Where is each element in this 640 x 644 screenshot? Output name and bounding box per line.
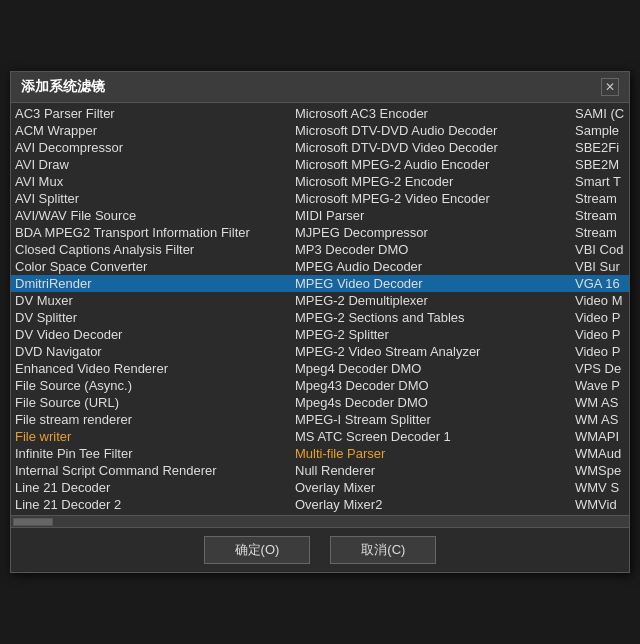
- list-item[interactable]: AVI DrawMicrosoft MPEG-2 Audio EncoderSB…: [11, 156, 629, 173]
- filter-name: AVI Mux: [15, 174, 295, 189]
- dialog-footer: 确定(O) 取消(C): [11, 527, 629, 572]
- filter-list[interactable]: AC3 Parser FilterMicrosoft AC3 EncoderSA…: [11, 103, 629, 515]
- filter-name: DVD Navigator: [15, 344, 295, 359]
- dialog-title: 添加系统滤镜: [21, 78, 105, 96]
- filter-col2: Overlay Mixer2: [295, 497, 575, 512]
- filter-col2: Overlay Mixer: [295, 480, 575, 495]
- list-item[interactable]: AVI DecompressorMicrosoft DTV-DVD Video …: [11, 139, 629, 156]
- list-item[interactable]: Color Space ConverterMPEG Audio DecoderV…: [11, 258, 629, 275]
- filter-col2: MPEG Video Decoder: [295, 276, 575, 291]
- list-item[interactable]: DmitriRenderMPEG Video DecoderVGA 16: [11, 275, 629, 292]
- filter-col2: Microsoft AC3 Encoder: [295, 106, 575, 121]
- filter-name: AVI/WAV File Source: [15, 208, 295, 223]
- filter-col2: Mpeg43 Decoder DMO: [295, 378, 575, 393]
- list-item[interactable]: AVI SplitterMicrosoft MPEG-2 Video Encod…: [11, 190, 629, 207]
- filter-name: File Source (URL): [15, 395, 295, 410]
- filter-col2: MS ATC Screen Decoder 1: [295, 429, 575, 444]
- filter-name: File Source (Async.): [15, 378, 295, 393]
- filter-name: DmitriRender: [15, 276, 295, 291]
- filter-col2: Microsoft MPEG-2 Encoder: [295, 174, 575, 189]
- filter-name: BDA MPEG2 Transport Information Filter: [15, 225, 295, 240]
- filter-col2: MPEG-I Stream Splitter: [295, 412, 575, 427]
- filter-col3: SBE2Fi: [575, 140, 629, 155]
- filter-col2: MP3 Decoder DMO: [295, 242, 575, 257]
- list-item[interactable]: Enhanced Video RendererMpeg4 Decoder DMO…: [11, 360, 629, 377]
- cancel-button[interactable]: 取消(C): [330, 536, 436, 564]
- filter-name: AVI Decompressor: [15, 140, 295, 155]
- list-item[interactable]: File writerMS ATC Screen Decoder 1WMAPI: [11, 428, 629, 445]
- scrollbar-thumb[interactable]: [13, 518, 53, 526]
- filter-name: Color Space Converter: [15, 259, 295, 274]
- filter-col3: WM AS: [575, 395, 629, 410]
- filter-name: AC3 Parser Filter: [15, 106, 295, 121]
- filter-col2: MPEG-2 Video Stream Analyzer: [295, 344, 575, 359]
- list-item[interactable]: Line 21 Decoder 2Overlay Mixer2WMVid: [11, 496, 629, 513]
- filter-name: File writer: [15, 429, 295, 444]
- filter-name: ACM Wrapper: [15, 123, 295, 138]
- filter-col3: Wave P: [575, 378, 629, 393]
- filter-name: Line 21 Decoder 2: [15, 497, 295, 512]
- filter-col3: WMVid: [575, 497, 629, 512]
- filter-col3: Video P: [575, 327, 629, 342]
- close-button[interactable]: ✕: [601, 78, 619, 96]
- filter-name: DV Muxer: [15, 293, 295, 308]
- list-item[interactable]: File stream rendererMPEG-I Stream Splitt…: [11, 411, 629, 428]
- filter-name: Internal Script Command Renderer: [15, 463, 295, 478]
- filter-col2: MPEG Audio Decoder: [295, 259, 575, 274]
- ok-button[interactable]: 确定(O): [204, 536, 311, 564]
- filter-col3: WM AS: [575, 412, 629, 427]
- filter-col3: SAMI (C: [575, 106, 629, 121]
- filter-col2: MJPEG Decompressor: [295, 225, 575, 240]
- list-item[interactable]: File Source (URL)Mpeg4s Decoder DMOWM AS: [11, 394, 629, 411]
- filter-col2: Mpeg4 Decoder DMO: [295, 361, 575, 376]
- list-item[interactable]: DV MuxerMPEG-2 DemultiplexerVideo M: [11, 292, 629, 309]
- list-item[interactable]: BDA MPEG2 Transport Information FilterMJ…: [11, 224, 629, 241]
- horizontal-scrollbar[interactable]: [11, 515, 629, 527]
- list-item[interactable]: DV SplitterMPEG-2 Sections and TablesVid…: [11, 309, 629, 326]
- filter-name: Closed Captions Analysis Filter: [15, 242, 295, 257]
- filter-col3: Video M: [575, 293, 629, 308]
- filter-name: Line 21 Decoder: [15, 480, 295, 495]
- filter-col2: Mpeg4s Decoder DMO: [295, 395, 575, 410]
- filter-col3: Stream: [575, 191, 629, 206]
- list-item[interactable]: File Source (Async.)Mpeg43 Decoder DMOWa…: [11, 377, 629, 394]
- filter-col2: MPEG-2 Sections and Tables: [295, 310, 575, 325]
- list-item[interactable]: AVI/WAV File SourceMIDI ParserStream: [11, 207, 629, 224]
- filter-col2: MIDI Parser: [295, 208, 575, 223]
- filter-col2: Microsoft MPEG-2 Audio Encoder: [295, 157, 575, 172]
- filter-col3: WMAud: [575, 446, 629, 461]
- filter-col3: Stream: [575, 208, 629, 223]
- filter-col3: VGA 16: [575, 276, 629, 291]
- filter-col3: VBI Cod: [575, 242, 629, 257]
- list-item[interactable]: Line 21 DecoderOverlay MixerWMV S: [11, 479, 629, 496]
- filter-name: DV Splitter: [15, 310, 295, 325]
- filter-col3: Smart T: [575, 174, 629, 189]
- filter-col3: WMV S: [575, 480, 629, 495]
- filter-col3: Sample: [575, 123, 629, 138]
- title-bar: 添加系统滤镜 ✕: [11, 72, 629, 103]
- filter-col2: Multi-file Parser: [295, 446, 575, 461]
- list-item[interactable]: AVI MuxMicrosoft MPEG-2 EncoderSmart T: [11, 173, 629, 190]
- filter-col3: Video P: [575, 344, 629, 359]
- list-item[interactable]: Infinite Pin Tee FilterMulti-file Parser…: [11, 445, 629, 462]
- filter-col3: Video P: [575, 310, 629, 325]
- list-item[interactable]: Closed Captions Analysis FilterMP3 Decod…: [11, 241, 629, 258]
- filter-col3: VBI Sur: [575, 259, 629, 274]
- add-filter-dialog: 添加系统滤镜 ✕ AC3 Parser FilterMicrosoft AC3 …: [10, 71, 630, 573]
- list-item[interactable]: DV Video DecoderMPEG-2 SplitterVideo P: [11, 326, 629, 343]
- list-item[interactable]: Internal Script Command RendererNull Ren…: [11, 462, 629, 479]
- filter-name: File stream renderer: [15, 412, 295, 427]
- filter-col2: MPEG-2 Demultiplexer: [295, 293, 575, 308]
- list-item[interactable]: AC3 Parser FilterMicrosoft AC3 EncoderSA…: [11, 105, 629, 122]
- filter-col2: Microsoft DTV-DVD Video Decoder: [295, 140, 575, 155]
- filter-col3: Stream: [575, 225, 629, 240]
- filter-name: Infinite Pin Tee Filter: [15, 446, 295, 461]
- filter-name: DV Video Decoder: [15, 327, 295, 342]
- filter-col2: MPEG-2 Splitter: [295, 327, 575, 342]
- list-item[interactable]: DVD NavigatorMPEG-2 Video Stream Analyze…: [11, 343, 629, 360]
- filter-col2: Microsoft DTV-DVD Audio Decoder: [295, 123, 575, 138]
- filter-col3: VPS De: [575, 361, 629, 376]
- list-item[interactable]: ACM WrapperMicrosoft DTV-DVD Audio Decod…: [11, 122, 629, 139]
- filter-col2: Microsoft MPEG-2 Video Encoder: [295, 191, 575, 206]
- filter-name: Enhanced Video Renderer: [15, 361, 295, 376]
